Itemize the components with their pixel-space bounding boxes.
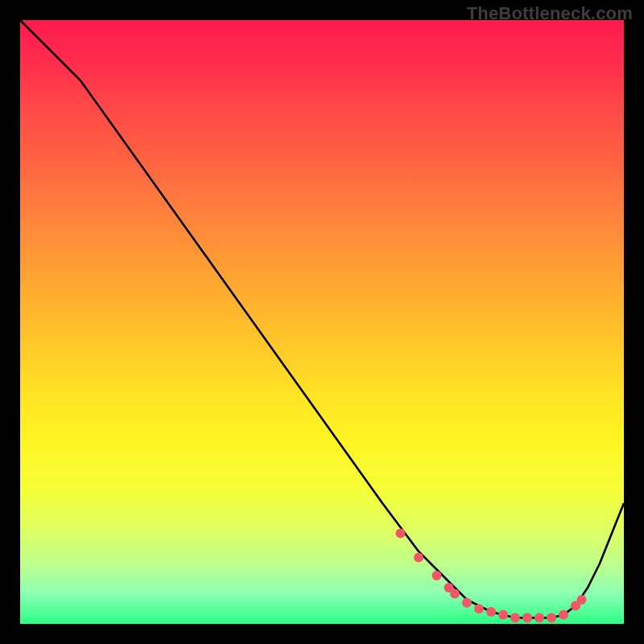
data-marker — [547, 613, 556, 623]
data-marker — [474, 604, 484, 613]
data-marker — [522, 613, 532, 623]
chart-svg — [20, 20, 624, 624]
data-marker — [450, 589, 460, 599]
chart-frame: TheBottleneck.com — [0, 0, 644, 644]
chart-plot-area — [20, 20, 624, 624]
attribution-label: TheBottleneck.com — [467, 3, 633, 24]
data-marker — [510, 613, 520, 623]
bottleneck-curve — [20, 20, 624, 618]
data-marker — [498, 610, 508, 620]
data-marker — [414, 553, 423, 563]
marker-group — [396, 529, 587, 623]
data-marker — [559, 610, 568, 620]
data-marker — [535, 613, 544, 623]
data-marker — [396, 529, 406, 539]
data-marker — [486, 607, 496, 617]
data-marker — [462, 598, 472, 608]
data-marker — [432, 571, 442, 580]
data-marker — [577, 595, 587, 605]
